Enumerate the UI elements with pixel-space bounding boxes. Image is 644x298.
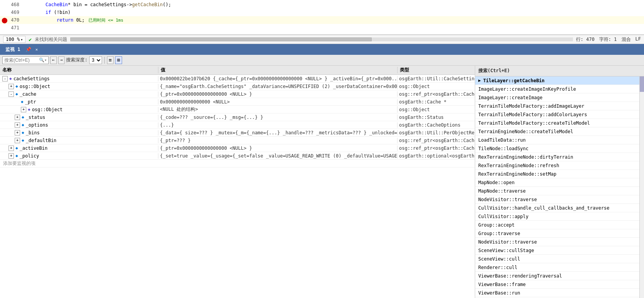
call-stack-item-13[interactable]: MapNode::traverse: [475, 187, 639, 195]
call-stack-item-2[interactable]: ImageLayer::createImage: [475, 93, 639, 102]
code-line-470: ⬤ 470 return 0L; 已用时间 <= 1ms: [0, 16, 644, 24]
search-box[interactable]: 🔍 ▾: [2, 56, 49, 64]
right-scrollbar[interactable]: [639, 76, 644, 298]
expand-status[interactable]: +: [15, 115, 20, 120]
watch-tree-body[interactable]: - ◆ cacheSettings 0x0000022be107b620 {_c…: [0, 75, 475, 298]
node-label-policy: _policy: [20, 153, 39, 159]
call-stack-item-7[interactable]: LoadTileData::run: [475, 136, 639, 144]
horizontal-scrollbar[interactable]: [70, 37, 573, 41]
add-watch-label: 添加要监视的项: [3, 160, 36, 167]
call-stack-label-19: NodeVisitor::traverse: [478, 239, 537, 245]
expand-bins[interactable]: +: [15, 130, 20, 135]
tree-cell-type-bins: osgEarth::Util::PerObjectRefM...: [398, 130, 475, 135]
format-button[interactable]: ≡: [107, 56, 114, 64]
code-editor: 468 CacheBin* bin = cacheSettings->getCa…: [0, 0, 644, 35]
call-stack-item-5[interactable]: TerrainTileModelFactory::createTileModel: [475, 119, 639, 127]
expand-policy[interactable]: +: [8, 153, 14, 159]
line-content-469: if (!bin): [23, 10, 71, 15]
watch-tab-label[interactable]: 监视 1: [3, 46, 22, 54]
add-watch-row[interactable]: 添加要监视的项: [0, 160, 475, 168]
node-label-activeBin: _activeBin: [20, 146, 48, 151]
call-stack-item-14[interactable]: NodeVisitor::traverse: [475, 195, 639, 204]
call-stack-item-17[interactable]: Group::accept: [475, 221, 639, 229]
call-stack-label-23: ViewerBase::renderingTraversal: [478, 273, 562, 279]
call-stack-item-24[interactable]: ViewerBase::frame: [475, 280, 639, 289]
tree-cell-type-options: osgEarth::CacheOptions: [398, 122, 475, 128]
call-stack-item-0[interactable]: ▶ TileLayer::getCacheBin: [475, 76, 639, 85]
call-stack-item-25[interactable]: ViewerBase::run: [475, 289, 639, 297]
zoom-dropdown-arrow: ▾: [20, 37, 23, 42]
expand-cacheSettings[interactable]: -: [2, 76, 8, 81]
tree-row-defaultBin[interactable]: + ◆ _defaultBin {_ptr=??? } osg::ref_ptr…: [0, 137, 475, 144]
expand-ptr-osg-object[interactable]: +: [21, 107, 26, 112]
call-stack-item-15[interactable]: CullVisitor::handle_cull_callbacks_and_t…: [475, 204, 639, 212]
col-indicator: 字符: 1: [599, 36, 617, 43]
toolbar-separator: [104, 57, 105, 64]
call-stack-item-20[interactable]: SceneView::cullStage: [475, 246, 639, 255]
tree-row-cache[interactable]: - ◆ _cache {_ptr=0x0000000000000000 <NUL…: [0, 90, 475, 98]
zoom-value: 100 %: [6, 37, 20, 42]
node-label-osg-object: osg::Object: [20, 84, 50, 89]
tree-cell-name-status: + ◆ _status: [0, 115, 158, 120]
call-stack-item-6[interactable]: TerrainEngineNode::createTileModel: [475, 127, 639, 136]
call-stack-item-9[interactable]: RexTerrainEngineNode::dirtyTerrain: [475, 153, 639, 161]
call-stack-item-16[interactable]: CullVisitor::apply: [475, 212, 639, 221]
tree-row-ptr-osg-object[interactable]: + ◆ osg::Object <NULL 处的结构> osg::Object: [0, 106, 475, 113]
call-stack-item-3[interactable]: TerrainTileModelFactory::addImageLayer: [475, 102, 639, 110]
expand-activeBin[interactable]: +: [8, 146, 14, 151]
node-icon-cacheSettings: ◆: [9, 76, 12, 81]
call-stack-label-21: SceneView::cull: [478, 256, 520, 262]
search-icon: 🔍: [39, 58, 44, 63]
col-type-header: 类型: [398, 67, 475, 73]
node-icon-ptr-osg-object: ◆: [28, 107, 31, 112]
depth-label: 搜索深度:: [66, 57, 87, 63]
zoom-control[interactable]: 100 % ▾: [3, 36, 25, 43]
call-stack-item-4[interactable]: TerrainTileModelFactory::addColorLayers: [475, 110, 639, 119]
tree-row-osg-object[interactable]: + ◆ osg::Object {_name="osgEarth.CacheSe…: [0, 83, 475, 90]
code-line-469: 469 if (!bin): [0, 8, 644, 16]
breakpoint-470: ⬤: [2, 17, 8, 23]
watch-tab-close-button[interactable]: ×: [35, 47, 38, 52]
node-label-cacheSettings: cacheSettings: [14, 76, 50, 81]
expand-options[interactable]: +: [15, 122, 20, 128]
call-stack-label-11: RexTerrainEngineNode::setMap: [478, 171, 556, 177]
expand-button[interactable]: ⊞: [115, 56, 122, 64]
line-content-470: return 0L;: [23, 17, 85, 23]
call-stack-item-1[interactable]: ImageLayer::createImageInKeyProfile: [475, 85, 639, 93]
call-stack-label-22: Renderer::cull: [478, 265, 517, 270]
nav-next-button[interactable]: →: [58, 56, 65, 64]
call-stack-item-11[interactable]: RexTerrainEngineNode::setMap: [475, 170, 639, 178]
watch-tree-panel: 名称 值 类型 - ◆ cacheSettings 0x0000022be107…: [0, 66, 475, 298]
call-stack-label-1: ImageLayer::createImageInKeyProfile: [478, 86, 576, 92]
tree-cell-value-ptr-osg-object: <NULL 处的结构>: [158, 106, 398, 113]
tree-cell-value-policy: {_set=true _value={_usage={_set=false _v…: [158, 153, 398, 159]
call-stack-item-18[interactable]: Group::traverse: [475, 229, 639, 238]
tree-row-activeBin[interactable]: + ◆ _activeBin {_ptr=0x0000000000000000 …: [0, 144, 475, 152]
search-input[interactable]: [4, 58, 39, 63]
call-stack-item-22[interactable]: Renderer::cull: [475, 263, 639, 272]
node-label-status: _status: [26, 115, 46, 120]
expand-defaultBin[interactable]: +: [15, 138, 20, 143]
tree-cell-value-status: {_code=??? _source={...} _msg={...} }: [158, 115, 398, 120]
call-stack-item-12[interactable]: MapNode::open: [475, 178, 639, 187]
tree-row-cacheSettings[interactable]: - ◆ cacheSettings 0x0000022be107b620 {_c…: [0, 75, 475, 83]
expand-cache[interactable]: -: [8, 91, 14, 97]
tree-row-options[interactable]: + ◆ _options {...} osgEarth::CacheOption…: [0, 121, 475, 129]
tree-row-status[interactable]: + ◆ _status {_code=??? _source={...} _ms…: [0, 113, 475, 121]
tree-row-bins[interactable]: + ◆ _bins {_data={ size=??? } _mutex={_m…: [0, 129, 475, 137]
call-stack-item-19[interactable]: NodeVisitor::traverse: [475, 238, 639, 246]
call-stack-item-10[interactable]: RexTerrainEngineNode::refresh: [475, 161, 639, 170]
tree-row-ptr[interactable]: ◆ _ptr 0x0000000000000000 <NULL> osgEart…: [0, 98, 475, 106]
expand-osg-object[interactable]: +: [8, 84, 14, 89]
call-stack-label-4: TerrainTileModelFactory::addColorLayers: [478, 112, 587, 117]
tree-row-policy[interactable]: + ◆ _policy {_set=true _value={_usage={_…: [0, 152, 475, 160]
call-stack-item-21[interactable]: SceneView::cull: [475, 255, 639, 263]
nav-prev-button[interactable]: ←: [50, 56, 57, 64]
tree-cell-type-osg-object: osg::Object: [398, 84, 475, 89]
tree-cell-name-defaultBin: + ◆ _defaultBin: [0, 138, 158, 143]
call-stack-item-8[interactable]: TileNode::loadSync: [475, 144, 639, 153]
call-stack-body[interactable]: ▶ TileLayer::getCacheBin ImageLayer::cre…: [475, 76, 639, 298]
call-stack-item-23[interactable]: ViewerBase::renderingTraversal: [475, 272, 639, 280]
node-icon-cache: ◆: [15, 91, 18, 97]
depth-select[interactable]: 3 1 2 4 5: [89, 56, 102, 64]
